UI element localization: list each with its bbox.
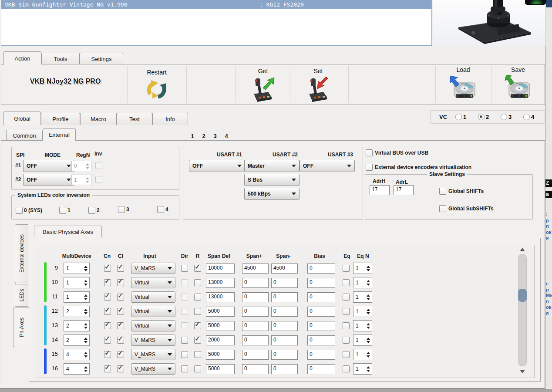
bias-field[interactable]: 0	[307, 335, 335, 345]
spinner-up-icon[interactable]	[84, 266, 88, 268]
cn-checkbox[interactable]	[104, 322, 111, 329]
spinner-up-icon[interactable]	[84, 294, 88, 297]
spinner-down-icon[interactable]	[84, 370, 88, 372]
spinner-up-icon[interactable]	[84, 352, 88, 354]
dir-checkbox[interactable]	[181, 365, 188, 372]
spi2-regn-spinner[interactable]: 1	[71, 175, 91, 185]
input-dropdown[interactable]: V_MaRS	[131, 335, 175, 346]
r-checkbox[interactable]	[194, 279, 201, 286]
spinner-up-icon[interactable]	[367, 280, 370, 282]
eq-checkbox[interactable]	[343, 322, 350, 329]
spinner-up-icon[interactable]	[84, 366, 88, 368]
bias-field[interactable]: 0	[307, 321, 335, 331]
scrollbar-track[interactable]	[518, 254, 527, 366]
tab-external[interactable]: External	[43, 128, 76, 141]
save-button[interactable]: Save	[492, 64, 544, 103]
span-minus-field[interactable]: 0	[271, 335, 298, 345]
led-inv-3-checkbox[interactable]	[118, 206, 125, 213]
get-button[interactable]: Get	[237, 65, 289, 103]
device-number-slider[interactable]: 1 2 3 4	[187, 64, 235, 101]
virtual-bus-checkbox[interactable]	[366, 149, 373, 156]
span-plus-field[interactable]: 0	[242, 292, 269, 302]
tab-action[interactable]: Action	[3, 51, 41, 65]
spinner-down-icon[interactable]	[84, 298, 88, 300]
spinner-arrows-icon[interactable]	[365, 338, 372, 343]
spinner-arrows-icon[interactable]	[365, 309, 372, 314]
bias-field[interactable]: 0	[307, 307, 335, 317]
spinner-arrows-icon[interactable]	[83, 352, 89, 358]
span-minus-field[interactable]: 4500	[271, 264, 298, 274]
usart2-speed-dropdown[interactable]: 500 kBps	[244, 188, 300, 200]
dir-checkbox[interactable]	[181, 351, 188, 358]
r-checkbox[interactable]	[194, 337, 201, 344]
multidevice-spinner[interactable]: 1	[64, 277, 90, 288]
span-minus-field[interactable]: 0	[271, 321, 298, 331]
span-def-field[interactable]: 2000	[206, 335, 235, 345]
scrollbar-thumb[interactable]	[518, 289, 527, 302]
cl-checkbox[interactable]	[117, 308, 124, 315]
scrollbar-down-arrow-icon[interactable]	[520, 370, 525, 373]
spinner-arrows-icon[interactable]	[365, 323, 372, 329]
restart-button[interactable]: Restart	[131, 66, 183, 102]
eq-n-spinner[interactable]: 1	[353, 291, 372, 303]
bias-field[interactable]: 0	[307, 350, 335, 360]
r-checkbox[interactable]	[194, 308, 201, 315]
usart3-mode-dropdown[interactable]: OFF	[300, 160, 355, 172]
span-minus-field[interactable]: 0	[271, 350, 298, 360]
device-list-selected-row[interactable]: VKB-Sim Gunfighter Vintage NG v1.990 : K…	[1, 0, 431, 9]
spinner-down-icon[interactable]	[367, 312, 370, 314]
cn-checkbox[interactable]	[104, 365, 111, 372]
bias-field[interactable]: 0	[307, 292, 335, 302]
multidevice-spinner[interactable]: 1	[64, 291, 90, 303]
spinner-arrows-icon[interactable]	[83, 294, 89, 300]
eq-checkbox[interactable]	[343, 294, 350, 301]
spinner-down-icon[interactable]	[84, 269, 88, 271]
vc-radio-4[interactable]	[523, 114, 530, 120]
spinner-down-icon[interactable]	[367, 355, 370, 358]
span-plus-field[interactable]: 4500	[242, 264, 269, 274]
multidevice-spinner[interactable]: 2	[64, 320, 90, 331]
span-minus-field[interactable]: 0	[271, 364, 298, 374]
spinner-up-icon[interactable]	[367, 366, 370, 368]
span-def-field[interactable]: 5000	[206, 321, 235, 331]
cl-checkbox[interactable]	[117, 351, 124, 358]
spi1-regn-spinner[interactable]: 0	[71, 161, 91, 171]
vc-radio-2[interactable]	[478, 114, 485, 120]
tab-macro[interactable]: Macro	[80, 113, 117, 125]
vc-radio-3[interactable]	[501, 114, 507, 120]
spinner-down-icon[interactable]	[84, 341, 88, 343]
spinner-down-icon[interactable]	[84, 312, 88, 314]
led-inv-4-checkbox[interactable]	[157, 206, 164, 213]
tab-common[interactable]: Common	[6, 130, 43, 141]
spinner-up-icon[interactable]	[367, 266, 370, 268]
cl-checkbox[interactable]	[117, 294, 124, 301]
multidevice-spinner[interactable]: 2	[64, 335, 90, 346]
span-def-field[interactable]: 5000	[206, 307, 235, 317]
eq-n-spinner[interactable]: 1	[353, 335, 372, 346]
side-tab-external-devices[interactable]: External devices	[15, 224, 28, 283]
input-dropdown[interactable]: Virtual	[131, 277, 175, 288]
input-dropdown[interactable]: V_MaRS	[131, 263, 175, 274]
eq-checkbox[interactable]	[343, 351, 350, 358]
tab-global[interactable]: Global	[3, 112, 41, 125]
eq-checkbox[interactable]	[343, 279, 350, 286]
cl-checkbox[interactable]	[117, 322, 124, 329]
spinner-down-icon[interactable]	[367, 298, 370, 300]
eq-n-spinner[interactable]: 1	[353, 277, 372, 288]
span-plus-field[interactable]: 0	[242, 335, 269, 345]
spinner-up-icon[interactable]	[367, 294, 370, 297]
spinner-arrows-icon[interactable]	[83, 323, 89, 329]
cl-checkbox[interactable]	[117, 365, 124, 372]
spinner-up-icon[interactable]	[84, 323, 88, 325]
r-checkbox[interactable]	[194, 294, 201, 301]
led-inv-2-checkbox[interactable]	[88, 207, 95, 214]
eq-n-spinner[interactable]: 1	[353, 320, 372, 331]
spinner-down-icon[interactable]	[84, 284, 88, 286]
spinner-arrows-icon[interactable]	[83, 309, 89, 314]
scrollbar-up-arrow-icon[interactable]	[520, 248, 525, 251]
r-checkbox[interactable]	[194, 265, 201, 272]
span-minus-field[interactable]: 0	[271, 307, 298, 317]
input-dropdown[interactable]: Virtual	[131, 306, 175, 317]
multidevice-spinner[interactable]: 1	[64, 263, 90, 274]
spinner-up-icon[interactable]	[367, 338, 370, 340]
